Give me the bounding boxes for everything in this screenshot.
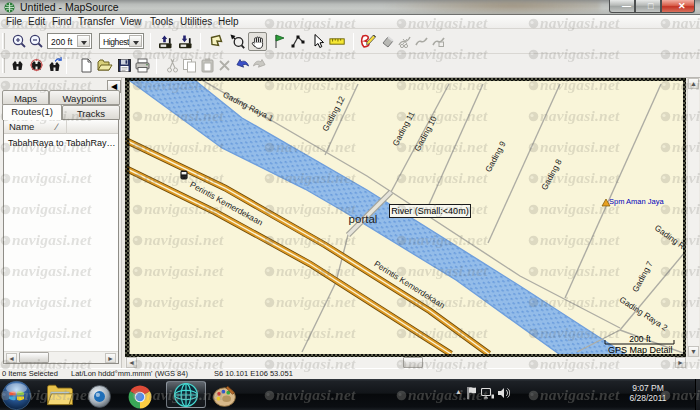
svg-text:GPS Map Detail: GPS Map Detail: [608, 345, 673, 355]
svg-text:Spm Aman Jaya: Spm Aman Jaya: [609, 197, 664, 206]
svg-text:portal: portal: [349, 213, 378, 225]
svg-text:200 ft: 200 ft: [629, 334, 651, 344]
